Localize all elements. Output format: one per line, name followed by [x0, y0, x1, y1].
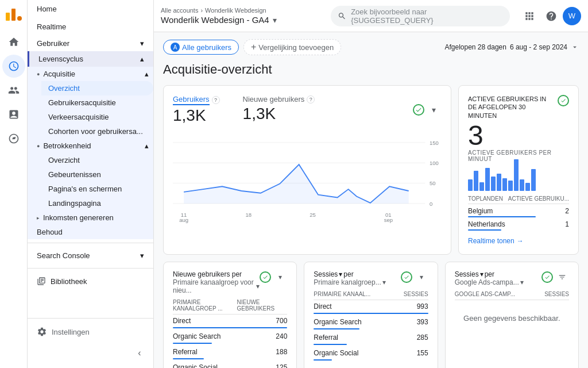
left-icon-bar — [0, 0, 28, 368]
card2-row-direct: Direct 993 — [314, 300, 428, 314]
verkeersacquisitie-label: Verkeersacquisitie — [48, 113, 109, 121]
betrokkenheid-bullet: ● — [37, 143, 40, 149]
nav-icon-home[interactable] — [2, 30, 25, 53]
bottom-card-sessies: Sessies▾ per Primaire kanalgroep... ▾ — [304, 262, 438, 368]
right-content: Alle accounts › Wonderlik Webdesign Wond… — [154, 0, 588, 368]
overzicht-label: Overzicht — [48, 84, 80, 93]
realtime-footer: Realtime tonen → — [468, 232, 569, 245]
realtime-col1-header: TOPLANDEN — [468, 195, 503, 202]
logo-button[interactable] — [6, 5, 22, 22]
sidebar-item-bibliotheek[interactable]: Bibliotheek — [28, 272, 153, 290]
account-dropdown-btn[interactable]: ▾ — [273, 16, 277, 25]
card3-filter-btn[interactable] — [555, 270, 569, 284]
sidebar-item-gebruikersacquisitie[interactable]: Gebruikersacquisitie — [41, 95, 153, 110]
svg-text:sep: sep — [384, 217, 393, 223]
acquisitie-items: Overzicht Gebruikersacquisitie Verkeersa… — [32, 81, 153, 139]
search-bar[interactable]: Zoek bijvoorbeeld naar {SUGGESTED_QUERY} — [331, 6, 510, 26]
compare-chip[interactable]: + Vergelijking toevoegen — [243, 39, 341, 55]
sidebar-item-landingspagina[interactable]: Landingspagina — [41, 196, 153, 210]
collapse-sidebar-button[interactable]: ‹ — [130, 344, 149, 362]
date-selector[interactable]: Afgelopen 28 dagen 6 aug - 2 sep 2024 — [444, 43, 579, 51]
momentopname-label: Home — [37, 5, 57, 13]
card1-organic-text: Organic Search 240 — [173, 330, 287, 343]
netherlands-label: Netherlands — [468, 220, 505, 228]
bottom-card-3-header: Sessies▾ per Google Ads-campa... ▾ — [455, 270, 569, 286]
sidebar-item-behoud[interactable]: Behoud — [32, 225, 153, 239]
all-users-chip[interactable]: A Alle gebruikers — [163, 40, 239, 55]
svg-point-2 — [17, 16, 22, 21]
card2-menu-btn[interactable]: ▾ — [415, 270, 428, 284]
gebeurtenissen-label: Gebeurtenissen — [48, 170, 101, 179]
top-bar-left: Alle accounts › Wonderlik Webdesign Wond… — [161, 7, 326, 25]
realtime-link-label: Realtime tonen — [468, 237, 514, 245]
sidebar-item-betrokkenheid-overzicht[interactable]: Overzicht — [41, 153, 153, 167]
realtime-title: ACTIEVE GEBRUIKERS IN DE AFGELOPEN 30 MI… — [468, 95, 554, 120]
mini-bar — [497, 174, 501, 191]
bibliotheek-label: Bibliotheek — [51, 277, 87, 286]
nav-icon-lifecycle[interactable] — [2, 103, 25, 126]
bottom-card-2-subtitle-btn[interactable]: ▾ — [382, 278, 386, 286]
svg-text:100: 100 — [430, 160, 439, 166]
realtime-value: 3 — [468, 122, 569, 150]
card1-direct-text: Direct 700 — [173, 315, 287, 327]
realtime-link[interactable]: Realtime tonen → — [468, 237, 569, 245]
cohorten-label: Cohorten voor gebruikersa... — [48, 127, 143, 136]
card1-menu-btn[interactable]: ▾ — [273, 270, 287, 284]
sidebar-item-inkomsten[interactable]: ▸ Inkomsten genereren — [32, 210, 153, 225]
status-check-icon — [413, 104, 424, 116]
sidebar-item-gebeurtenissen[interactable]: Gebeurtenissen — [41, 167, 153, 182]
sidebar-item-settings[interactable]: Instellingen — [28, 322, 153, 342]
help-icon-btn[interactable] — [541, 6, 562, 26]
breadcrumb-alle: Alle accounts — [161, 7, 198, 14]
date-range-value: 6 aug - 2 sep 2024 — [510, 43, 567, 51]
sidebar-section-gebruiker[interactable]: Gebruiker — [28, 36, 153, 51]
card1-row-referral: Referral 188 — [173, 346, 287, 359]
sessies-dropdown-btn[interactable]: ▾ — [339, 270, 342, 278]
sidebar-item-cohorten[interactable]: Cohorten voor gebruikersa... — [41, 124, 153, 139]
bottom-card-3-subtitle-btn[interactable]: ▾ — [520, 278, 524, 286]
metric-users-help[interactable]: ? — [212, 96, 220, 104]
apps-icon-btn[interactable] — [519, 6, 540, 26]
breadcrumb: Alle accounts › Wonderlik Webdesign — [161, 7, 326, 14]
svg-rect-1 — [11, 9, 16, 21]
sidebar-item-acquisitie[interactable]: ● Acquisitie — [32, 67, 153, 81]
betrokkenheid-label: Betrokkenheid — [43, 141, 91, 150]
bottom-card-1-col-headers: PRIMAIRE KANAALGROEP ... NIEUWE GEBRUIKE… — [173, 297, 287, 315]
chart-toggle-btn[interactable]: ▾ — [425, 102, 442, 118]
realtime-row-netherlands-text: Netherlands 1 — [468, 219, 569, 229]
compare-plus-icon: + — [251, 42, 256, 52]
mini-bar — [485, 168, 490, 191]
sidebar-item-search-console[interactable]: Search Console — [28, 247, 153, 264]
sidebar-section-levenscyclus[interactable]: Levenscyclus — [28, 51, 153, 67]
metric-users: Gebruikers ? 1,3K — [173, 95, 220, 125]
belgium-label: Belgium — [468, 207, 493, 215]
card2-organic-bar — [314, 328, 359, 329]
bottom-card-new-users: Nieuwe gebruikers per Primaire kanaalgro… — [163, 262, 297, 368]
nav-icon-explore[interactable] — [2, 127, 25, 150]
sidebar-item-verkeersacquisitie[interactable]: Verkeersacquisitie — [41, 110, 153, 124]
card2-status-icon — [401, 271, 412, 283]
card1-row-direct: Direct 700 — [173, 315, 287, 328]
compare-label: Vergelijking toevoegen — [258, 43, 334, 52]
sidebar-item-momentopname[interactable]: Home — [28, 0, 153, 18]
chart-container: 150 100 50 0 11 aug 18 25 — [173, 129, 442, 229]
sidebar-item-betrokkenheid[interactable]: ● Betrokkenheid — [32, 139, 153, 153]
ads-sessies-dropdown-btn[interactable]: ▾ — [480, 270, 483, 278]
date-range-label: Afgelopen 28 dagen — [444, 43, 506, 51]
acquisitie-label: Acquisitie — [43, 70, 75, 78]
mini-bar — [502, 178, 507, 191]
search-console-expand-icon — [140, 251, 144, 260]
user-avatar[interactable]: W — [563, 7, 581, 25]
breadcrumb-sep1: › — [200, 7, 203, 14]
metric-new-users-help[interactable]: ? — [307, 95, 315, 103]
sidebar-item-realtime[interactable]: Realtime — [28, 18, 153, 36]
sidebar-item-overzicht[interactable]: Overzicht — [41, 81, 153, 95]
metric-users-label-row: Gebruikers ? — [173, 95, 220, 105]
nav-icon-realtime[interactable] — [2, 55, 25, 78]
collapse-button-area: ‹ — [28, 342, 153, 365]
belgium-count: 2 — [565, 207, 569, 215]
search-icon — [338, 12, 346, 21]
date-dropdown-icon — [571, 43, 579, 51]
nav-icon-users[interactable] — [2, 79, 25, 102]
sidebar-item-paginas[interactable]: Pagina's en schermen — [41, 182, 153, 196]
